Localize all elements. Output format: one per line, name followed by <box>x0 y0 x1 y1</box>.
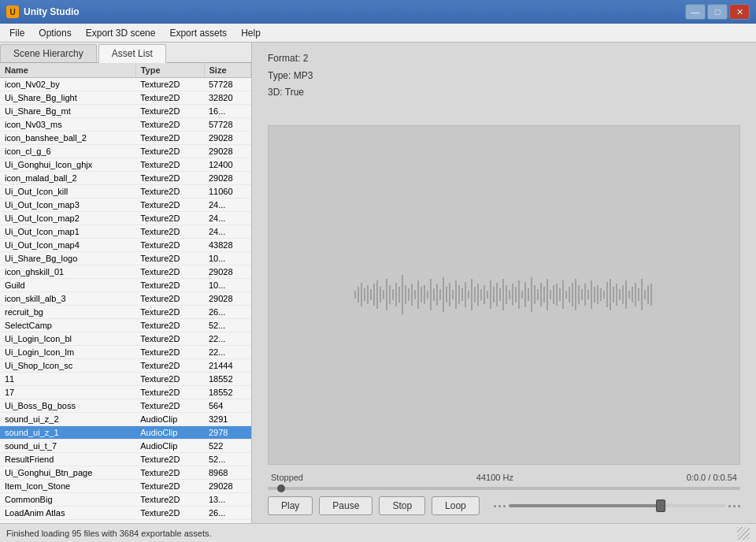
vol-dot-4 <box>728 505 731 507</box>
table-row[interactable]: icon_Nv02_byTexture2D57728 <box>0 78 251 91</box>
svg-rect-46 <box>499 288 501 301</box>
cell-size: 16... <box>204 105 251 118</box>
svg-rect-67 <box>565 291 567 299</box>
table-row[interactable]: icon_skill_alb_3Texture2D29028 <box>0 292 251 306</box>
cell-size: 18552 <box>204 386 251 399</box>
table-row[interactable]: icon_ghskill_01Texture2D29028 <box>0 265 251 279</box>
table-row[interactable]: LoadAnim AtlasTexture2D26... <box>0 507 251 520</box>
svg-rect-22 <box>424 285 425 304</box>
seek-bar-container[interactable] <box>268 487 740 490</box>
volume-track[interactable] <box>509 504 725 507</box>
table-row[interactable]: recruit_bgTexture2D26... <box>0 306 251 319</box>
table-row[interactable]: Ui_Gonghui_Btn_pageTexture2D8968 <box>0 466 251 480</box>
stop-button[interactable]: Stop <box>379 496 425 515</box>
table-row[interactable]: icon_malad_ball_2Texture2D29028 <box>0 172 251 185</box>
cell-type: Texture2D <box>135 225 204 239</box>
menu-file[interactable]: File <box>3 26 31 40</box>
play-button[interactable]: Play <box>268 496 313 515</box>
cell-type: Texture2D <box>135 319 204 332</box>
seek-bar[interactable] <box>268 487 740 490</box>
cell-name: Ui_Login_Icon_bl <box>0 332 135 346</box>
table-row[interactable]: Ui_Login_Icon_blTexture2D22... <box>0 332 251 346</box>
cell-type: Texture2D <box>135 279 204 292</box>
table-row[interactable]: Ui_Share_Bg_lightTexture2D32820 <box>0 91 251 105</box>
vol-dot-5 <box>733 505 736 507</box>
table-row[interactable]: icon_Nv03_msTexture2D57728 <box>0 118 251 132</box>
menu-export-3d[interactable]: Export 3D scene <box>80 26 162 40</box>
tab-scene-hierarchy[interactable]: Scene Hierarchy <box>0 44 97 62</box>
table-row[interactable]: 17Texture2D18552 <box>0 386 251 399</box>
cell-name: Ui_Out_Icon_map1 <box>0 225 135 239</box>
svg-rect-85 <box>622 285 624 304</box>
cell-name: 17 <box>0 386 135 399</box>
table-row[interactable]: sound_ui_z_2AudioClip3291 <box>0 413 251 426</box>
svg-rect-55 <box>528 288 529 301</box>
resize-grip[interactable] <box>737 527 750 540</box>
table-row[interactable]: icon_cl_g_6Texture2D29028 <box>0 145 251 158</box>
table-row[interactable]: Ui_Share_Bg_logoTexture2D10... <box>0 252 251 265</box>
svg-rect-79 <box>603 291 605 299</box>
cell-name: icon_cl_g_6 <box>0 145 135 158</box>
table-row[interactable]: Ui_Share_Bg_mtTexture2D16... <box>0 105 251 118</box>
table-row[interactable]: Ui_Out_Icon_map3Texture2D24... <box>0 199 251 212</box>
cell-type: Texture2D <box>135 145 204 158</box>
table-row[interactable]: Ui_Boss_Bg_bossTexture2D564 <box>0 399 251 413</box>
cell-name: Ui_Out_Icon_map3 <box>0 199 135 212</box>
cell-name: Ui_Shop_Icon_sc <box>0 359 135 373</box>
cell-size: 29028 <box>204 132 251 145</box>
cell-size: 2978 <box>204 426 251 440</box>
loop-button[interactable]: Loop <box>432 496 480 515</box>
svg-rect-6 <box>373 284 375 306</box>
volume-control[interactable] <box>494 504 740 507</box>
pause-button[interactable]: Pause <box>319 496 372 515</box>
table-row[interactable]: Ui_Out_Icon_map4Texture2D43828 <box>0 239 251 252</box>
svg-rect-81 <box>610 279 611 310</box>
table-row[interactable]: Ui_Login_Icon_lmTexture2D22... <box>0 346 251 359</box>
seek-bar-thumb[interactable] <box>277 484 285 492</box>
cell-name: sound_ui_z_2 <box>0 413 135 426</box>
menu-export-assets[interactable]: Export assets <box>163 26 233 40</box>
svg-rect-21 <box>421 287 422 303</box>
volume-thumb[interactable] <box>656 499 665 512</box>
player-controls: Play Pause Stop Loop <box>268 496 740 515</box>
svg-rect-19 <box>414 290 416 299</box>
table-row[interactable]: icon_banshee_ball_2Texture2D29028 <box>0 132 251 145</box>
table-row[interactable]: Ui_Shop_Icon_scTexture2D21444 <box>0 359 251 373</box>
tab-asset-list[interactable]: Asset List <box>98 44 166 63</box>
menu-options[interactable]: Options <box>32 26 77 40</box>
format-info: Format: 2 <box>268 50 740 68</box>
table-row[interactable]: 11Texture2D18552 <box>0 373 251 386</box>
table-row[interactable]: CommonBigTexture2D13... <box>0 493 251 507</box>
cell-name: icon_Nv03_ms <box>0 118 135 132</box>
maximize-button[interactable]: □ <box>707 4 728 20</box>
minimize-button[interactable]: — <box>685 4 706 20</box>
cell-name: icon_ghskill_01 <box>0 265 135 279</box>
table-row[interactable]: SelectCampTexture2D52... <box>0 319 251 332</box>
table-row[interactable]: Ui_Out_Icon_map1Texture2D24... <box>0 225 251 239</box>
svg-rect-33 <box>458 285 460 304</box>
cell-type: Texture2D <box>135 212 204 225</box>
cell-size: 24... <box>204 212 251 225</box>
table-row[interactable]: GuildTexture2D10... <box>0 279 251 292</box>
asset-table[interactable]: Name Type Size icon_Nv02_byTexture2D5772… <box>0 63 251 523</box>
svg-rect-76 <box>594 287 595 303</box>
table-row[interactable]: Item_Icon_StoneTexture2D29028 <box>0 480 251 493</box>
svg-rect-66 <box>562 280 564 309</box>
menu-bar: File Options Export 3D scene Export asse… <box>0 24 756 43</box>
cell-type: Texture2D <box>135 346 204 359</box>
vol-dot-2 <box>498 505 501 507</box>
table-row[interactable]: Ui_Out_Icon_killTexture2D11060 <box>0 185 251 199</box>
cell-size: 29028 <box>204 480 251 493</box>
cell-type: Texture2D <box>135 493 204 507</box>
table-row[interactable]: Ui_Gonghui_Icon_ghjxTexture2D12400 <box>0 158 251 172</box>
table-row[interactable]: Ui_Out_Icon_map2Texture2D24... <box>0 212 251 225</box>
table-row[interactable]: ResultFriendTexture2D52... <box>0 453 251 466</box>
table-row[interactable]: sound_ui_z_1AudioClip2978 <box>0 426 251 440</box>
cell-name: Ui_Gonghui_Btn_page <box>0 466 135 480</box>
svg-rect-31 <box>452 290 454 299</box>
svg-rect-14 <box>398 287 400 303</box>
cell-name: ResultFriend <box>0 453 135 466</box>
close-button[interactable]: ✕ <box>729 4 750 20</box>
table-row[interactable]: sound_ui_t_7AudioClip522 <box>0 440 251 453</box>
menu-help[interactable]: Help <box>235 26 267 40</box>
